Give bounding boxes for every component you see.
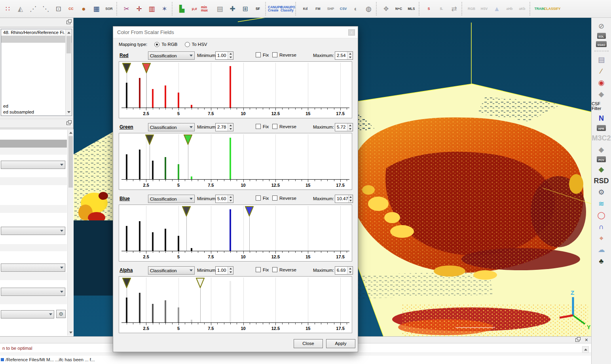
- ssao-shader-icon[interactable]: SSAO: [596, 41, 607, 47]
- animation-icon[interactable]: ▤: [598, 54, 605, 65]
- scalar-bands-icon[interactable]: ▲: [491, 2, 503, 16]
- db-tree-scrollbar[interactable]: [65, 30, 71, 115]
- facets-icon[interactable]: ◆: [599, 163, 604, 175]
- interpolate-icon[interactable]: ⊡: [52, 2, 65, 16]
- property-combobox[interactable]: [1, 161, 65, 169]
- csv-file-icon[interactable]: CSV: [337, 2, 349, 16]
- close-button[interactable]: Close: [294, 339, 323, 348]
- scroll-thumb[interactable]: [66, 36, 71, 53]
- histogram-icon[interactable]: ▙: [176, 2, 188, 16]
- scalar-field-select[interactable]: Classification: [148, 123, 195, 131]
- property-row[interactable]: [0, 160, 67, 169]
- layers-icon[interactable]: ≋: [598, 198, 604, 209]
- unroll-icon[interactable]: ⇄: [448, 2, 460, 16]
- fix-checkbox[interactable]: Fix: [256, 195, 269, 201]
- spin-down-icon[interactable]: [347, 271, 353, 275]
- puzzle-icon[interactable]: ❖: [380, 2, 392, 16]
- sf-calculator-icon[interactable]: ⊞: [239, 2, 251, 16]
- rasterize-cloud-icon[interactable]: ☁: [598, 244, 605, 255]
- minimum-spinbox[interactable]: 5.60: [215, 195, 233, 203]
- disabled-icon[interactable]: ⊘: [598, 20, 604, 32]
- tree-item[interactable]: ed subsampled: [1, 109, 65, 115]
- point-picker-icon[interactable]: ⌖: [599, 232, 603, 244]
- minimum-spinbox[interactable]: 1.00: [215, 51, 233, 60]
- fix-checkbox[interactable]: Fix: [256, 267, 269, 272]
- property-row[interactable]: [0, 287, 67, 296]
- octree-icon[interactable]: ⋱: [40, 2, 52, 16]
- apply-button[interactable]: Apply: [326, 339, 355, 348]
- max-marker[interactable]: [196, 278, 205, 289]
- spin-down-icon[interactable]: [228, 271, 233, 275]
- spin-down-icon[interactable]: [347, 56, 353, 60]
- scroll-thumb[interactable]: [68, 136, 73, 188]
- minimum-spinbox[interactable]: 1.00: [215, 266, 233, 275]
- float-panel-icon[interactable]: [66, 121, 70, 125]
- m3c2-icon[interactable]: M3C2: [592, 132, 611, 144]
- reverse-checkbox[interactable]: Reverse: [272, 195, 296, 201]
- nc-compare-icon[interactable]: N+C: [393, 2, 405, 16]
- fix-checkbox[interactable]: Fix: [256, 52, 269, 57]
- property-combobox[interactable]: [1, 288, 65, 296]
- scalar-field-select[interactable]: Classification: [148, 51, 195, 60]
- hsv-bands-icon[interactable]: HSV: [478, 2, 490, 16]
- fm-icon[interactable]: FM: [312, 2, 324, 16]
- shp-file-icon[interactable]: SHP: [324, 2, 337, 16]
- cc-compare-icon[interactable]: CC: [65, 2, 77, 16]
- gear-icon[interactable]: ⚙: [56, 310, 66, 318]
- min-marker[interactable]: [145, 135, 154, 146]
- globe-icon[interactable]: ◍: [362, 2, 375, 16]
- histogram[interactable]: 2.557.51012.51517.5: [119, 205, 352, 262]
- scalar-field-select[interactable]: Classification: [148, 195, 195, 203]
- sphere-icon[interactable]: ◐: [350, 2, 362, 16]
- mesh-sphere-icon[interactable]: ◭: [14, 2, 27, 16]
- dialog-close-icon[interactable]: x: [348, 29, 355, 36]
- histogram[interactable]: 2.557.51012.51517.5: [119, 276, 352, 333]
- tree-item[interactable]: ed: [1, 103, 65, 109]
- clean-broom-icon[interactable]: ∕: [601, 65, 602, 77]
- histogram[interactable]: 2.557.51012.51517.5: [119, 133, 352, 190]
- maximum-spinbox[interactable]: 2.54: [335, 51, 353, 60]
- sor-filter-icon[interactable]: SOR: [103, 2, 115, 16]
- clip-box-icon[interactable]: ▥: [146, 2, 158, 16]
- spin-up-icon[interactable]: [347, 52, 353, 56]
- minimum-spinbox[interactable]: 2.78: [215, 123, 233, 131]
- classify-icon[interactable]: CLASSIFY: [546, 2, 558, 16]
- property-combobox[interactable]: [1, 310, 54, 318]
- clay-icon[interactable]: ●: [78, 2, 90, 16]
- scroll-down-icon[interactable]: [67, 111, 70, 113]
- spin-down-icon[interactable]: [347, 127, 353, 131]
- reverse-checkbox[interactable]: Reverse: [272, 267, 296, 272]
- property-row[interactable]: [0, 263, 67, 272]
- scroll-down-icon[interactable]: [69, 332, 72, 334]
- properties-scrollbar[interactable]: [67, 130, 73, 336]
- normals-icon[interactable]: N: [599, 112, 604, 124]
- reverse-checkbox[interactable]: Reverse: [272, 124, 296, 129]
- compass-icon[interactable]: ◉: [598, 77, 605, 88]
- to-rgb-radio[interactable]: To RGB: [154, 42, 177, 47]
- max-marker[interactable]: [245, 206, 254, 217]
- max-marker[interactable]: [184, 135, 192, 146]
- canupo-create-icon[interactable]: CANUPO Create: [269, 2, 281, 16]
- reverse-checkbox[interactable]: Reverse: [272, 52, 296, 57]
- spin-up-icon[interactable]: [349, 195, 353, 199]
- min-marker[interactable]: [122, 278, 131, 289]
- chessboard-icon[interactable]: ▦: [90, 2, 102, 16]
- k-bands-icon[interactable]: aKb: [516, 2, 528, 16]
- h-bands-icon[interactable]: aHb: [503, 2, 516, 16]
- float-panel-icon[interactable]: [575, 338, 579, 342]
- pcv-icon[interactable]: PCV: [597, 156, 605, 162]
- spin-down-icon[interactable]: [228, 199, 233, 203]
- maximum-spinbox[interactable]: 10.47: [335, 195, 353, 203]
- forest-trees-icon[interactable]: ♣: [599, 255, 604, 267]
- property-combobox[interactable]: [1, 227, 65, 235]
- gauss-fit-icon[interactable]: μ,σ: [188, 2, 201, 16]
- console-scroll-up[interactable]: [582, 346, 589, 353]
- property-row[interactable]: ⚙: [0, 310, 67, 319]
- sf-delete-icon[interactable]: ▤: [214, 2, 226, 16]
- fix-checkbox[interactable]: Fix: [256, 124, 269, 129]
- shield-icon[interactable]: ◆: [599, 88, 604, 100]
- spin-up-icon[interactable]: [228, 52, 233, 56]
- minmax-colorbar-icon[interactable]: min max: [201, 2, 213, 16]
- spin-up-icon[interactable]: [228, 195, 233, 199]
- scalar-field-select[interactable]: Classification: [148, 266, 195, 275]
